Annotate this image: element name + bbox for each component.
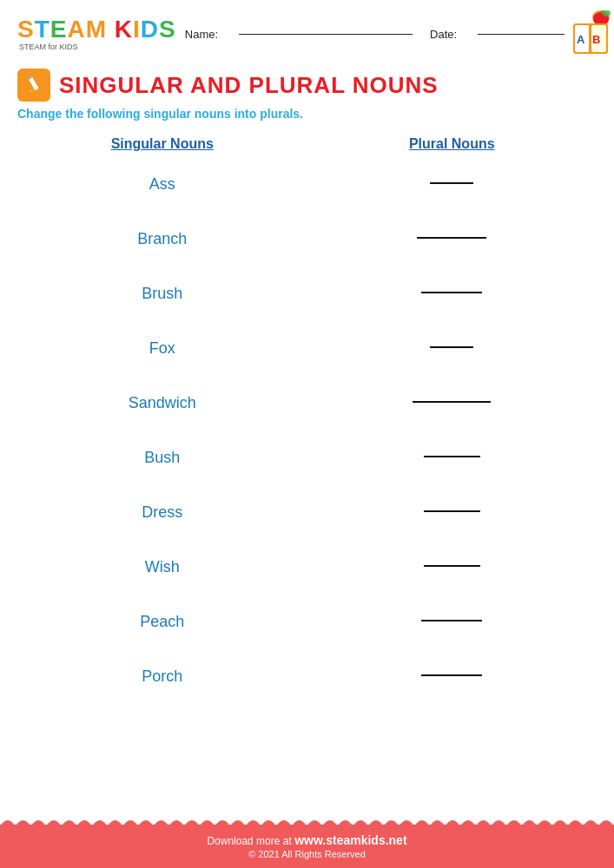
singular-word: Wish: [76, 558, 249, 576]
svg-marker-10: [30, 90, 33, 92]
singular-word: Peach: [76, 613, 249, 631]
footer-copyright: © 2021 All Rights Reserved: [17, 849, 597, 859]
svg-text:B: B: [592, 33, 600, 46]
ab-book-icon: A B: [564, 10, 614, 58]
logo: STEAM KIDS STEAM for KIDS: [17, 17, 176, 51]
title-section: SINGULAR AND PLURAL NOUNS: [0, 65, 614, 105]
header: STEAM KIDS STEAM for KIDS Name: Date:: [0, 0, 614, 65]
answer-line: [430, 346, 473, 348]
pencil-icon: [17, 69, 50, 102]
table-row: Ass: [17, 161, 597, 208]
nouns-list: AssBranchBrushFoxSandwichBushDressWishPe…: [17, 161, 597, 700]
answer-line: [421, 292, 482, 293]
singular-word: Dress: [76, 503, 249, 522]
table-row: Sandwich: [17, 379, 597, 427]
table-row: Bush: [17, 434, 597, 482]
table-row: Porch: [17, 653, 597, 700]
plural-blank: [365, 401, 538, 406]
date-label: Date:: [430, 28, 457, 41]
table-row: Fox: [17, 325, 597, 372]
table-row: Brush: [17, 270, 597, 318]
answer-line: [413, 401, 491, 403]
plural-nouns-header: Plural Nouns: [365, 136, 538, 152]
logo-text: STEAM KIDS: [17, 17, 176, 42]
plural-blank: [365, 182, 538, 187]
answer-line: [424, 510, 480, 512]
logo-sub: STEAM for KIDS: [19, 43, 78, 51]
singular-word: Bush: [76, 449, 249, 467]
footer-download-text: Download more at www.steamkids.net: [17, 833, 597, 847]
answer-line: [430, 182, 473, 184]
plural-blank: [365, 620, 538, 625]
main-title: SINGULAR AND PLURAL NOUNS: [59, 72, 439, 99]
plural-blank: [365, 346, 538, 352]
footer: Download more at www.steamkids.net © 202…: [0, 825, 614, 868]
name-date-area: Name: Date:: [176, 28, 564, 41]
name-label: Name:: [185, 28, 218, 41]
table-row: Branch: [17, 215, 597, 263]
answer-line: [421, 674, 482, 676]
table-row: Wish: [17, 543, 597, 591]
plural-blank: [365, 456, 538, 461]
date-line: [478, 34, 564, 35]
answer-line: [417, 237, 486, 239]
singular-word: Sandwich: [76, 394, 249, 412]
singular-word: Branch: [76, 230, 249, 248]
singular-word: Fox: [76, 339, 249, 358]
singular-word: Ass: [76, 175, 249, 194]
table-area: Singular Nouns Plural Nouns AssBranchBru…: [0, 128, 614, 825]
subtitle: Change the following singular nouns into…: [0, 105, 614, 128]
plural-blank: [365, 674, 538, 680]
plural-blank: [365, 292, 538, 297]
plural-blank: [365, 565, 538, 570]
answer-line: [421, 620, 482, 621]
footer-url: www.steamkids.net: [294, 833, 406, 847]
answer-line: [424, 565, 480, 567]
name-line: [239, 34, 413, 35]
singular-word: Brush: [76, 285, 249, 303]
svg-text:A: A: [577, 33, 585, 46]
singular-word: Porch: [76, 667, 249, 686]
table-row: Peach: [17, 598, 597, 646]
table-row: Dress: [17, 489, 597, 536]
answer-line: [424, 456, 480, 457]
columns-header: Singular Nouns Plural Nouns: [17, 136, 597, 152]
footer-scallop: [0, 814, 614, 826]
singular-nouns-header: Singular Nouns: [76, 136, 249, 152]
plural-blank: [365, 237, 538, 242]
plural-blank: [365, 510, 538, 516]
